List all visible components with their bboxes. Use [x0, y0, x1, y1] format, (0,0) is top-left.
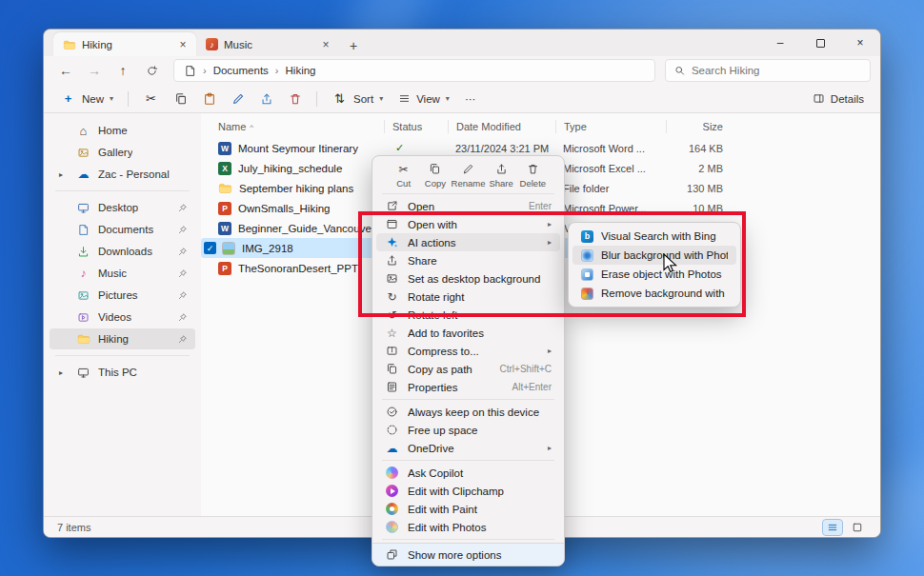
delete-icon	[289, 92, 302, 106]
document-icon	[184, 65, 196, 77]
menu-item-open[interactable]: Open Enter	[376, 197, 560, 215]
menu-item-onedrive[interactable]: ☁ OneDrive ▸	[376, 439, 560, 457]
sidebar-item-downloads[interactable]: Downloads	[50, 241, 195, 262]
menu-item-share[interactable]: Share	[376, 251, 560, 269]
breadcrumb-item-documents[interactable]: Documents	[213, 65, 269, 76]
tab-close-icon[interactable]: ×	[175, 38, 191, 51]
sidebar-item-label: Pictures	[98, 289, 138, 301]
search-input[interactable]	[692, 65, 861, 76]
sort-button[interactable]: ⇅ Sort ▾	[325, 88, 390, 110]
menu-item-edit-with-clipchamp[interactable]: Edit with Clipchamp	[376, 482, 560, 500]
menu-item-ai-actions[interactable]: AI actions ▸	[376, 233, 560, 251]
sidebar-item-this-pc[interactable]: ▸ This PC	[50, 362, 195, 383]
sidebar-item-gallery[interactable]: Gallery	[50, 142, 195, 163]
delete-button[interactable]	[282, 88, 309, 110]
menu-item-rotate-left[interactable]: ↺ Rotate left	[376, 306, 560, 324]
large-icons-view-toggle[interactable]	[848, 520, 867, 535]
view-button[interactable]: View ▾	[392, 88, 456, 110]
close-button[interactable]: ×	[840, 30, 880, 56]
menu-item-edit-with-photos[interactable]: Edit with Photos	[376, 518, 560, 536]
tab-close-icon[interactable]: ×	[318, 38, 333, 51]
sidebar-item-pictures[interactable]: Pictures	[50, 285, 195, 306]
copy-button[interactable]	[168, 88, 194, 110]
details-pane-button[interactable]: Details	[806, 88, 871, 110]
breadcrumb[interactable]: › Documents › Hiking	[173, 59, 655, 82]
quick-copy-button[interactable]: Copy	[419, 162, 451, 189]
menu-item-copy-as-path[interactable]: Copy as path Ctrl+Shift+C	[376, 360, 560, 378]
file-name: IMG_2918	[242, 243, 293, 254]
menu-item-open-with[interactable]: Open with ▸	[376, 215, 560, 233]
tab-hiking[interactable]: Hiking ×	[53, 32, 196, 56]
sidebar-item-hiking[interactable]: Hiking	[50, 328, 195, 349]
maximize-button[interactable]	[800, 30, 840, 56]
chevron-right-icon[interactable]: ▸	[59, 170, 63, 179]
submenu-item-blur-background-photos[interactable]: Blur background with Photos	[572, 246, 736, 265]
submenu-item-visual-search-bing[interactable]: b Visual Search with Bing	[572, 227, 736, 246]
menu-item-rotate-right[interactable]: ↻ Rotate right	[376, 288, 560, 306]
sidebar-item-videos[interactable]: Videos	[50, 307, 195, 328]
submenu-item-erase-object-photos[interactable]: Erase object with Photos	[572, 265, 736, 284]
forward-button[interactable]: →	[82, 59, 107, 82]
sidebar-item-label: Hiking	[98, 333, 129, 345]
back-button[interactable]: ←	[53, 59, 78, 82]
menu-item-free-up-space[interactable]: Free up space	[376, 421, 560, 439]
menu-item-show-more-options[interactable]: Show more options	[372, 543, 564, 566]
column-header-type[interactable]: Type	[555, 120, 666, 133]
chevron-right-icon: ▸	[548, 238, 552, 247]
context-menu: ✂ Cut Copy Rename Share	[372, 155, 565, 566]
share-button[interactable]	[253, 88, 280, 110]
menu-item-always-keep-on-device[interactable]: Always keep on this device	[376, 403, 560, 421]
column-header-date-modified[interactable]: Date Modified	[448, 120, 555, 133]
copy-path-icon	[385, 363, 399, 375]
sidebar-item-label: Videos	[98, 311, 131, 323]
menu-item-ask-copilot[interactable]: Ask Copilot	[376, 464, 560, 482]
toolbar-divider	[128, 91, 129, 107]
word-file-icon: W	[218, 222, 231, 235]
menu-item-edit-with-paint[interactable]: Edit with Paint	[376, 500, 560, 518]
paste-button[interactable]	[196, 88, 223, 110]
search-box[interactable]	[665, 59, 871, 82]
quick-cut-button[interactable]: ✂ Cut	[388, 162, 419, 189]
sidebar-item-desktop[interactable]: Desktop	[50, 197, 195, 218]
file-type: Microsoft Excel ...	[555, 158, 666, 178]
checkbox-checked-icon[interactable]: ✓	[204, 242, 216, 254]
quick-rename-button[interactable]: Rename	[452, 162, 486, 189]
column-header-name[interactable]: Name ^	[201, 120, 384, 133]
tab-music[interactable]: ♪ Music ×	[196, 32, 339, 56]
cut-icon: ✂	[143, 90, 159, 107]
new-button[interactable]: + New ▾	[53, 88, 120, 110]
menu-item-compress-to[interactable]: Compress to... ▸	[376, 342, 560, 360]
menu-item-properties[interactable]: Properties Alt+Enter	[376, 378, 560, 396]
submenu-item-remove-background-paint[interactable]: Remove background with Paint	[572, 284, 736, 303]
sidebar-item-home[interactable]: ⌂ Home	[50, 120, 195, 141]
new-tab-button[interactable]: +	[343, 35, 364, 56]
up-button[interactable]: ↑	[110, 59, 135, 82]
more-options-button[interactable]: ···	[458, 88, 483, 110]
breadcrumb-separator-icon: ›	[203, 65, 207, 76]
check-circle-icon	[385, 406, 399, 418]
list-view-toggle[interactable]	[823, 520, 842, 535]
chevron-right-icon[interactable]: ▸	[59, 368, 63, 377]
open-with-icon	[385, 218, 399, 230]
column-header-status[interactable]: Status	[384, 120, 448, 133]
pictures-icon	[76, 289, 90, 302]
music-icon: ♪	[76, 267, 90, 280]
minimize-button[interactable]: –	[760, 30, 800, 56]
sidebar-item-onedrive-personal[interactable]: ▸ ☁ Zac - Personal	[50, 164, 195, 185]
image-file-icon	[222, 242, 235, 255]
sidebar-item-documents[interactable]: Documents	[50, 219, 195, 240]
cut-button[interactable]: ✂	[136, 88, 166, 110]
refresh-button[interactable]	[139, 59, 164, 82]
rename-button[interactable]	[225, 88, 251, 110]
quick-share-button[interactable]: Share	[485, 162, 516, 189]
star-icon: ☆	[385, 327, 399, 340]
folder-icon	[218, 181, 232, 195]
menu-item-add-to-favorites[interactable]: ☆ Add to favorites	[376, 324, 560, 342]
menu-item-set-as-desktop-background[interactable]: Set as desktop background	[376, 269, 560, 288]
breadcrumb-item-hiking[interactable]: Hiking	[286, 65, 316, 76]
delete-icon	[527, 162, 539, 176]
sidebar-item-music[interactable]: ♪ Music	[50, 263, 195, 284]
bing-icon: b	[581, 230, 593, 243]
column-header-size[interactable]: Size	[666, 120, 733, 133]
quick-delete-button[interactable]: Delete	[517, 162, 549, 189]
